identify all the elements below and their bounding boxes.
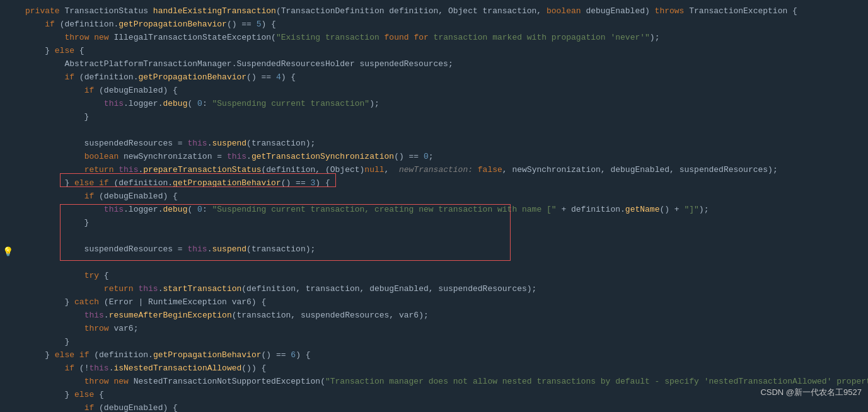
- watermark: CSDN @新一代农名工9527: [760, 386, 862, 399]
- code-line: suspendedResources = this.suspend(transa…: [0, 243, 868, 256]
- code-line: } else if (definition.getPropagationBeha…: [0, 349, 868, 362]
- code-line: } catch (Error | RuntimeException var6) …: [0, 296, 868, 309]
- code-line: if (definition.getPropagationBehavior() …: [0, 18, 868, 31]
- code-line: throw var6;: [0, 323, 868, 336]
- code-line: }: [0, 336, 868, 349]
- code-line: }: [0, 111, 868, 124]
- code-line: try {: [0, 270, 868, 283]
- code-line: } else {: [0, 389, 868, 402]
- code-line: [0, 256, 868, 270]
- code-line: } else if (definition.getPropagationBeha…: [0, 177, 868, 190]
- code-line: this.logger.debug( 0: "Suspending curren…: [0, 203, 868, 217]
- code-line: if (debugEnabled) {: [0, 190, 868, 203]
- code-line: [0, 230, 868, 243]
- code-editor: 💡 private TransactionStatus handleExisti…: [0, 0, 868, 412]
- code-line: return this.prepareTransactionStatus(def…: [0, 164, 868, 177]
- code-line: suspendedResources = this.suspend(transa…: [0, 137, 868, 151]
- code-line: throw new IllegalTransactionStateExcepti…: [0, 31, 868, 45]
- code-line: if (debugEnabled) {: [0, 402, 868, 412]
- code-line: if (debugEnabled) {: [0, 84, 868, 98]
- code-line: [0, 124, 868, 137]
- code-line: this.resumeAfterBeginException(transacti…: [0, 309, 868, 323]
- code-line: AbstractPlatformTransactionManager.Suspe…: [0, 58, 868, 71]
- code-line: boolean newSynchronization = this.getTra…: [0, 151, 868, 164]
- code-line: return this.startTransaction(definition,…: [0, 283, 868, 296]
- code-line: private TransactionStatus handleExisting…: [0, 5, 868, 18]
- code-line: throw new NestedTransactionNotSupportedE…: [0, 375, 868, 389]
- code-line: } else {: [0, 45, 868, 58]
- code-line: if (definition.getPropagationBehavior() …: [0, 71, 868, 84]
- code-line: this.logger.debug( 0: "Suspending curren…: [0, 98, 868, 111]
- code-line: }: [0, 217, 868, 230]
- code-line: if (!this.isNestedTransactionAllowed()) …: [0, 362, 868, 375]
